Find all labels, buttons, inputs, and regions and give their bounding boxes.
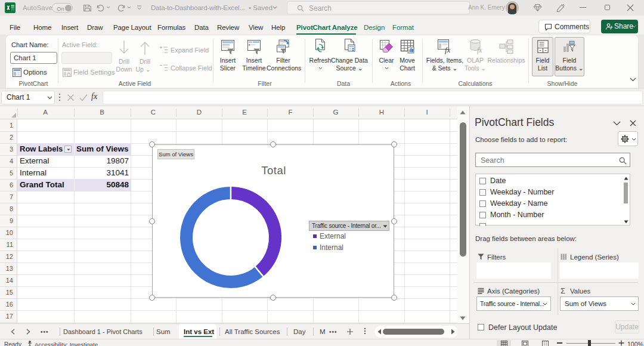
svg-text:fx: fx <box>477 46 482 54</box>
svg-text:fx: fx <box>445 45 451 54</box>
